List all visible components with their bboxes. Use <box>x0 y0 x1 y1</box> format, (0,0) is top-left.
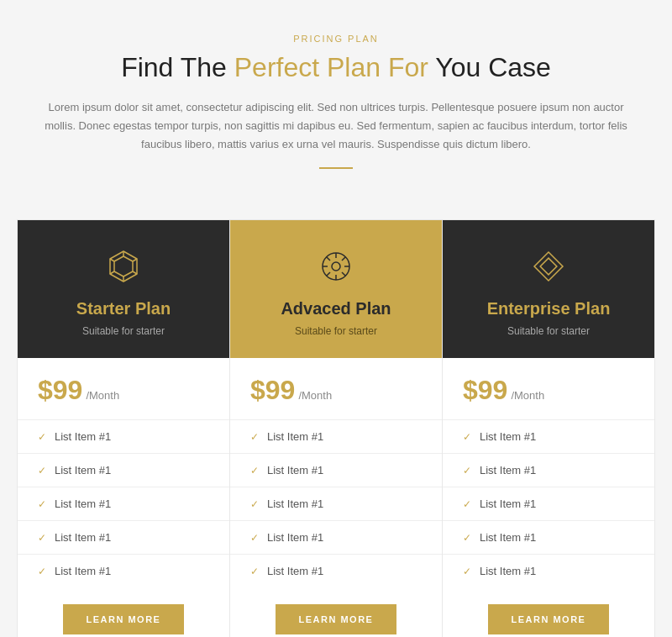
svg-point-9 <box>332 262 340 271</box>
plan-header-advanced: Advaced Plan Suitable for starter <box>230 220 442 358</box>
check-icon: ✓ <box>38 498 46 510</box>
price-section-starter: $99/Month <box>18 358 229 420</box>
check-icon: ✓ <box>463 431 471 443</box>
check-icon: ✓ <box>463 566 471 577</box>
svg-line-17 <box>327 272 330 276</box>
list-item: ✓List Item #1 <box>230 454 442 487</box>
plan-name-enterprise: Enterprise Plan <box>487 299 611 318</box>
btn-section-enterprise: LEARN MORE <box>443 587 654 637</box>
plan-body-advanced: $99/Month ✓List Item #1 ✓List Item #1 ✓L… <box>230 358 442 637</box>
plan-card-advanced: Advaced Plan Suitable for starter $99/Mo… <box>229 219 443 637</box>
plan-body-starter: $99/Month ✓List Item #1 ✓List Item #1 ✓L… <box>18 358 229 637</box>
plan-icon-starter <box>102 245 144 287</box>
plan-subtitle-advanced: Suitable for starter <box>295 325 377 337</box>
plans-container: Starter Plan Suitable for starter $99/Mo… <box>17 219 655 637</box>
period-enterprise: /Month <box>511 389 544 402</box>
plan-subtitle-enterprise: Suitable for starter <box>507 325 590 337</box>
check-icon: ✓ <box>463 498 471 510</box>
plan-icon-advanced <box>315 245 357 287</box>
check-icon: ✓ <box>38 465 46 476</box>
learn-more-button-advanced[interactable]: LEARN MORE <box>276 604 397 634</box>
check-icon: ✓ <box>250 465 259 476</box>
plan-icon-enterprise <box>528 245 570 287</box>
svg-marker-1 <box>114 256 133 276</box>
list-item: ✓List Item #1 <box>18 555 229 587</box>
list-item: ✓List Item #1 <box>18 487 229 521</box>
plan-header-enterprise: Enterprise Plan Suitable for starter <box>443 220 654 358</box>
main-title: Find The Perfect Plan For You Case <box>34 52 638 83</box>
plan-subtitle-starter: Suitable for starter <box>82 325 165 337</box>
check-icon: ✓ <box>463 465 471 476</box>
list-item: ✓List Item #1 <box>443 555 654 587</box>
list-item: ✓List Item #1 <box>18 420 229 454</box>
learn-more-button-starter[interactable]: LEARN MORE <box>63 604 185 634</box>
price-section-advanced: $99/Month <box>230 358 442 420</box>
divider <box>319 167 353 169</box>
price-starter: $99 <box>38 375 82 405</box>
plan-card-starter: Starter Plan Suitable for starter $99/Mo… <box>17 219 230 637</box>
check-icon: ✓ <box>250 566 259 577</box>
list-item: ✓List Item #1 <box>443 454 654 487</box>
list-item: ✓List Item #1 <box>230 521 442 555</box>
pricing-label: PRICING PLAN <box>34 34 638 44</box>
check-icon: ✓ <box>38 431 46 443</box>
check-icon: ✓ <box>463 532 471 544</box>
list-item: ✓List Item #1 <box>443 487 654 521</box>
list-item: ✓List Item #1 <box>230 420 442 454</box>
header-section: PRICING PLAN Find The Perfect Plan For Y… <box>34 34 638 203</box>
check-icon: ✓ <box>250 498 259 510</box>
svg-rect-18 <box>534 252 563 281</box>
svg-line-15 <box>342 272 345 276</box>
list-item: ✓List Item #1 <box>443 420 654 454</box>
check-icon: ✓ <box>38 566 46 577</box>
description-text: Lorem ipsum dolor sit amet, consectetur … <box>34 98 638 154</box>
period-advanced: /Month <box>298 389 332 402</box>
btn-section-starter: LEARN MORE <box>18 587 229 637</box>
plan-header-starter: Starter Plan Suitable for starter <box>18 220 229 358</box>
svg-rect-19 <box>540 258 557 275</box>
price-enterprise: $99 <box>463 375 507 405</box>
features-list-starter: ✓List Item #1 ✓List Item #1 ✓List Item #… <box>18 420 229 587</box>
plan-card-enterprise: Enterprise Plan Suitable for starter $99… <box>442 219 655 637</box>
features-list-advanced: ✓List Item #1 ✓List Item #1 ✓List Item #… <box>230 420 442 587</box>
list-item: ✓List Item #1 <box>443 521 654 555</box>
learn-more-button-enterprise[interactable]: LEARN MORE <box>488 604 610 634</box>
list-item: ✓List Item #1 <box>18 521 229 555</box>
period-starter: /Month <box>86 389 119 402</box>
svg-line-16 <box>342 257 345 261</box>
plan-body-enterprise: $99/Month ✓List Item #1 ✓List Item #1 ✓L… <box>443 358 654 637</box>
features-list-enterprise: ✓List Item #1 ✓List Item #1 ✓List Item #… <box>443 420 654 587</box>
svg-line-14 <box>327 257 330 261</box>
check-icon: ✓ <box>38 532 46 544</box>
check-icon: ✓ <box>250 532 259 544</box>
list-item: ✓List Item #1 <box>18 454 229 487</box>
plan-name-advanced: Advaced Plan <box>281 299 391 318</box>
price-section-enterprise: $99/Month <box>443 358 654 420</box>
check-icon: ✓ <box>250 431 259 443</box>
btn-section-advanced: LEARN MORE <box>230 587 442 637</box>
price-advanced: $99 <box>250 375 295 405</box>
list-item: ✓List Item #1 <box>230 555 442 587</box>
plan-name-starter: Starter Plan <box>76 299 171 318</box>
list-item: ✓List Item #1 <box>230 487 442 521</box>
